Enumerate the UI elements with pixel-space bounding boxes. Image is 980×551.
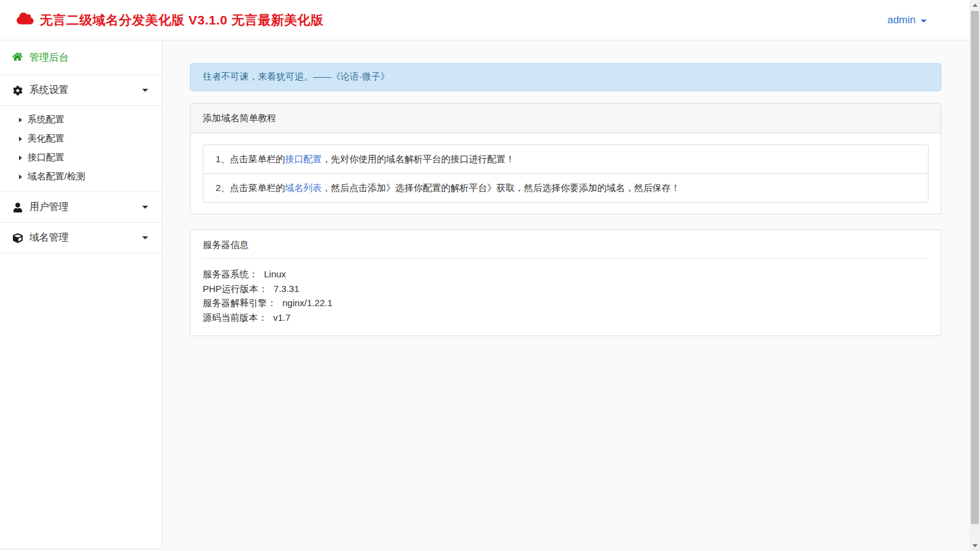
server-os-label: 服务器系统： bbox=[203, 269, 258, 279]
scrollbar-thumb[interactable] bbox=[971, 11, 979, 524]
vertical-scrollbar[interactable] bbox=[970, 0, 980, 551]
cloud-icon bbox=[17, 12, 34, 28]
triangle-right-icon bbox=[19, 137, 22, 141]
brand[interactable]: 无言二级域名分发美化版 V3.1.0 无言最新美化版 bbox=[0, 0, 970, 40]
api-config-link[interactable]: 接口配置 bbox=[285, 154, 322, 164]
sidebar-item-system-settings[interactable]: 系统设置 bbox=[0, 75, 162, 106]
source-version-label: 源码当前版本： bbox=[203, 312, 267, 323]
tutorial-step-list: 1、点击菜单栏的接口配置，先对你使用的域名解析平台的接口进行配置！ 2、点击菜单… bbox=[203, 144, 929, 203]
chevron-down-icon bbox=[142, 206, 148, 209]
php-version-label: PHP运行版本： bbox=[203, 283, 268, 294]
chevron-down-icon bbox=[142, 236, 148, 239]
tutorial-panel-title: 添加域名简单教程 bbox=[190, 103, 941, 133]
server-engine-row: 服务器解释引擎：nginx/1.22.1 bbox=[203, 296, 929, 310]
sidebar-item-label: 系统配置 bbox=[28, 114, 64, 126]
php-version-row: PHP运行版本：7.3.31 bbox=[203, 282, 929, 296]
server-os-value: Linux bbox=[264, 269, 286, 279]
step-text: ，先对你使用的域名解析平台的接口进行配置！ bbox=[322, 154, 514, 164]
sidebar-item-beautify-config[interactable]: 美化配置 bbox=[0, 129, 162, 148]
sidebar: 管理后台 系统设置 系统配置 美化配置 接口配置 域名配置/检测 bbox=[0, 40, 162, 549]
scroll-up-button[interactable] bbox=[970, 0, 980, 10]
sidebar-item-domain-config-check[interactable]: 域名配置/检测 bbox=[0, 167, 162, 186]
sidebar-item-user-management[interactable]: 用户管理 bbox=[0, 192, 162, 223]
triangle-right-icon bbox=[19, 156, 22, 160]
source-version-row: 源码当前版本：v1.7 bbox=[203, 310, 929, 325]
sidebar-item-label: 域名配置/检测 bbox=[28, 171, 85, 182]
sidebar-item-label: 美化配置 bbox=[28, 133, 64, 144]
arrow-up-icon bbox=[973, 4, 978, 7]
chevron-down-icon bbox=[921, 20, 927, 23]
server-os-row: 服务器系统：Linux bbox=[203, 267, 929, 282]
server-engine-label: 服务器解释引擎： bbox=[203, 298, 276, 308]
cube-icon bbox=[12, 233, 23, 243]
server-info-panel: 服务器信息 服务器系统：Linux PHP运行版本：7.3.31 服务器解释引擎… bbox=[190, 230, 941, 336]
step-text: 2、点击菜单栏的 bbox=[216, 182, 285, 193]
sidebar-item-system-config[interactable]: 系统配置 bbox=[0, 110, 162, 129]
php-version-value: 7.3.31 bbox=[274, 283, 300, 294]
notice-banner: 往者不可谏，来着犹可追。——《论语·微子》 bbox=[190, 63, 941, 91]
triangle-right-icon bbox=[19, 118, 22, 122]
home-icon bbox=[12, 52, 23, 64]
tutorial-panel: 添加域名简单教程 1、点击菜单栏的接口配置，先对你使用的域名解析平台的接口进行配… bbox=[190, 103, 941, 214]
step-text: 1、点击菜单栏的 bbox=[216, 154, 285, 164]
tutorial-panel-body: 1、点击菜单栏的接口配置，先对你使用的域名解析平台的接口进行配置！ 2、点击菜单… bbox=[190, 133, 941, 214]
source-version-value: v1.7 bbox=[273, 312, 290, 323]
app-window: 无言二级域名分发美化版 V3.1.0 无言最新美化版 admin 管理后台 系统… bbox=[0, 0, 980, 551]
username: admin bbox=[888, 14, 916, 26]
server-info-title: 服务器信息 bbox=[190, 230, 941, 258]
top-header: 无言二级域名分发美化版 V3.1.0 无言最新美化版 admin bbox=[0, 0, 970, 40]
gear-icon bbox=[12, 86, 23, 96]
domain-list-link[interactable]: 域名列表 bbox=[285, 182, 322, 193]
server-engine-value: nginx/1.22.1 bbox=[282, 298, 333, 308]
tutorial-step-2: 2、点击菜单栏的域名列表，然后点击添加》选择你配置的解析平台》获取，然后选择你要… bbox=[203, 173, 928, 202]
step-text: ，然后点击添加》选择你配置的解析平台》获取，然后选择你要添加的域名，然后保存！ bbox=[322, 182, 680, 193]
arrow-down-icon bbox=[973, 544, 978, 547]
sidebar-item-admin-home[interactable]: 管理后台 bbox=[0, 40, 162, 75]
user-dropdown[interactable]: admin bbox=[888, 0, 927, 40]
sidebar-item-domain-management[interactable]: 域名管理 bbox=[0, 223, 162, 253]
sidebar-item-label: 域名管理 bbox=[29, 231, 142, 244]
triangle-right-icon bbox=[19, 174, 22, 179]
scroll-down-button[interactable] bbox=[970, 541, 980, 551]
tutorial-step-1: 1、点击菜单栏的接口配置，先对你使用的域名解析平台的接口进行配置！ bbox=[203, 145, 928, 173]
sidebar-item-api-config[interactable]: 接口配置 bbox=[0, 148, 162, 167]
sidebar-item-label: 用户管理 bbox=[29, 201, 142, 214]
sidebar-item-label: 接口配置 bbox=[28, 152, 64, 163]
sidebar-item-label: 管理后台 bbox=[29, 51, 69, 64]
user-icon bbox=[12, 203, 23, 212]
main-content: 往者不可谏，来着犹可追。——《论语·微子》 添加域名简单教程 1、点击菜单栏的接… bbox=[163, 40, 970, 551]
chevron-down-icon bbox=[142, 89, 148, 92]
server-info-body: 服务器系统：Linux PHP运行版本：7.3.31 服务器解释引擎：nginx… bbox=[190, 259, 941, 335]
sidebar-item-label: 系统设置 bbox=[29, 84, 142, 97]
system-settings-submenu: 系统配置 美化配置 接口配置 域名配置/检测 bbox=[0, 106, 162, 192]
brand-title: 无言二级域名分发美化版 V3.1.0 无言最新美化版 bbox=[40, 12, 323, 29]
